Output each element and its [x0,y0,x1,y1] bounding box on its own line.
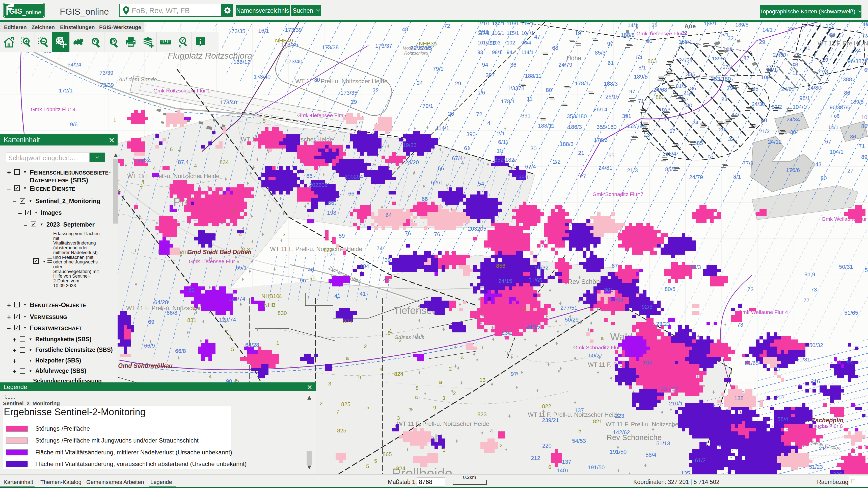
svg-text:104/1: 104/1 [793,104,806,110]
svg-text:91,9: 91,9 [804,271,815,278]
svg-text:8: 8 [242,246,245,252]
svg-text:98/1: 98/1 [492,50,502,55]
svg-text:856: 856 [496,263,505,269]
svg-text:239/21: 239/21 [542,417,559,423]
svg-text:29: 29 [719,126,725,133]
svg-text:24/80: 24/80 [807,85,821,91]
svg-text:97: 97 [607,41,613,47]
svg-text:64/24: 64/24 [67,61,81,68]
svg-text:77/3: 77/3 [818,69,828,75]
svg-text:173/37: 173/37 [375,43,392,49]
svg-text:189/5: 189/5 [850,99,864,105]
svg-text:50/29: 50/29 [865,267,868,273]
svg-text:29: 29 [351,99,357,105]
svg-text:2: 2 [449,366,452,372]
svg-text:178/1: 178/1 [501,98,515,105]
svg-text:50/27: 50/27 [589,352,602,359]
svg-text:1: 1 [113,117,116,123]
svg-text:2: 2 [500,442,503,448]
svg-text:74: 74 [376,245,382,252]
svg-text:1/3378: 1/3378 [507,85,524,91]
svg-text:80: 80 [820,175,827,181]
svg-text:92/3: 92/3 [642,304,652,310]
svg-text:7: 7 [336,409,339,414]
svg-text:173/38: 173/38 [322,44,339,51]
svg-text:50/31: 50/31 [839,264,853,270]
svg-text:80/5: 80/5 [664,286,676,292]
svg-text:125: 125 [326,251,336,258]
svg-text:14/1: 14/1 [627,22,638,28]
svg-text:48: 48 [402,26,408,33]
svg-text:178/1: 178/1 [575,80,589,87]
svg-text:64/28: 64/28 [154,299,168,305]
svg-text:1/6: 1/6 [477,89,485,96]
svg-text:Gmk Tiefensee Flur 3: Gmk Tiefensee Flur 3 [637,31,687,36]
svg-text:353/180: 353/180 [596,124,617,130]
svg-text:65/1: 65/1 [236,264,247,271]
svg-text:32: 32 [651,22,657,28]
svg-text:176/6: 176/6 [786,167,800,173]
svg-text:80: 80 [686,102,692,109]
svg-text:68: 68 [761,117,767,123]
svg-text:5: 5 [578,428,581,433]
svg-text:8: 8 [388,330,391,336]
svg-text:9: 9 [358,375,361,380]
svg-text:Roitzschjora: Roitzschjora [404,51,428,56]
svg-text:WT 11 F. Prell-u. Noitzscher H: WT 11 F. Prell-u. Noitzscher Heide [295,78,388,85]
svg-text:63/1: 63/1 [767,67,777,73]
svg-text:92/3: 92/3 [660,107,671,112]
svg-text:50/32: 50/32 [535,264,549,271]
svg-text:a: a [439,379,442,385]
svg-text:3: 3 [442,447,445,453]
svg-text:54: 54 [636,54,642,61]
svg-text:_online: _online [22,9,41,16]
svg-text:51/65: 51/65 [528,277,542,283]
svg-text:89: 89 [861,154,867,160]
svg-text:100: 100 [826,23,834,29]
svg-text:4: 4 [239,231,242,237]
svg-text:24/34: 24/34 [786,116,800,122]
svg-text:21/3: 21/3 [759,128,770,134]
svg-text:98/1: 98/1 [799,95,810,101]
svg-text:4: 4 [487,120,490,126]
svg-text:c6: c6 [708,153,713,160]
svg-text:97: 97 [629,88,635,94]
svg-text:386: 386 [686,71,695,78]
svg-text:210/1: 210/1 [669,400,683,407]
svg-text:41: 41 [360,291,366,297]
svg-text:863: 863 [655,94,665,100]
svg-text:Gmk Roitzschjora Flur 1: Gmk Roitzschjora Flur 1 [153,88,210,93]
svg-text:Gmk Wellaune Flur 4: Gmk Wellaune Flur 4 [738,309,788,315]
svg-text:11: 11 [527,95,533,102]
svg-text:66: 66 [328,200,334,206]
svg-text:93: 93 [477,50,483,55]
svg-text:104/1: 104/1 [521,30,534,36]
svg-text:61: 61 [464,145,470,151]
svg-text:73: 73 [737,321,743,328]
svg-text:67: 67 [825,138,831,145]
svg-text:6261: 6261 [431,179,443,185]
svg-text:166/12: 166/12 [234,59,250,65]
svg-text:824: 824 [394,371,403,377]
svg-text:16/1: 16/1 [258,28,269,34]
svg-text:c6: c6 [834,113,839,119]
svg-text:8/1: 8/1 [733,174,741,180]
svg-text:a: a [461,354,464,360]
svg-text:23/1: 23/1 [502,329,513,336]
svg-text:43: 43 [815,161,821,168]
svg-text:Gmk Löbnitz Flur 4: Gmk Löbnitz Flur 4 [31,106,76,112]
svg-text:47: 47 [744,55,749,61]
svg-text:24/15: 24/15 [498,278,512,284]
svg-text:GIS: GIS [9,7,22,15]
svg-text:391: 391 [622,113,631,119]
svg-text:86: 86 [844,90,850,96]
svg-text:Y: Y [181,39,184,43]
svg-text:224/17: 224/17 [660,386,678,392]
svg-text:3: 3 [328,381,331,386]
svg-text:104/1: 104/1 [830,149,843,155]
svg-text:67/4: 67/4 [722,64,733,70]
svg-text:Auf dem Sande: Auf dem Sande [118,76,157,83]
svg-text:79/1: 79/1 [433,66,443,72]
svg-text:a: a [222,192,225,198]
svg-text:77: 77 [803,297,809,304]
